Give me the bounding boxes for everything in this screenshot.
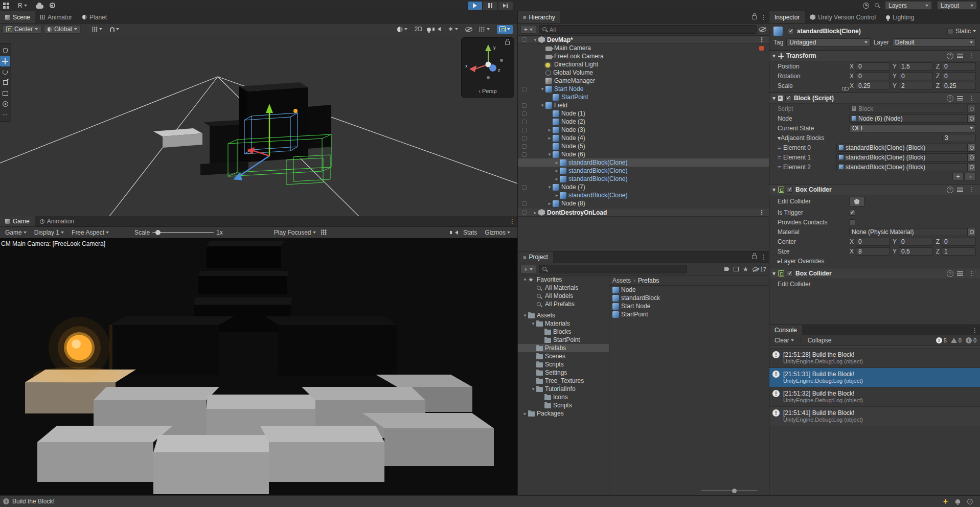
component-menu-icon[interactable]: [967, 186, 977, 193]
scale-slider[interactable]: [152, 232, 214, 233]
account-button[interactable]: R: [15, 1, 30, 10]
component-enabled-checkbox[interactable]: [787, 270, 793, 276]
visibility-toggle-icon[interactable]: [522, 144, 527, 149]
scene-menu-icon[interactable]: [757, 36, 767, 43]
search-by-type-icon[interactable]: [734, 267, 739, 271]
hierarchy-row[interactable]: Node (8): [518, 199, 769, 208]
collapse-toggle[interactable]: Collapse: [805, 336, 834, 344]
project-tree-row[interactable]: Favorites: [518, 275, 609, 284]
expand-arrow-icon[interactable]: [554, 193, 560, 198]
layers-dropdown[interactable]: Layers: [885, 1, 932, 10]
tab-hierarchy[interactable]: ≡Hierarchy: [518, 11, 560, 23]
component-menu-icon[interactable]: [967, 270, 977, 277]
hierarchy-row[interactable]: Global Volume: [518, 68, 769, 77]
rect-tool-button[interactable]: [0, 88, 10, 99]
scene-lighting-icon[interactable]: [427, 28, 431, 32]
status-message[interactable]: Build the Block!: [12, 498, 55, 505]
tool-pivot-button[interactable]: Center: [3, 25, 41, 34]
position-x-field[interactable]: 0: [856, 62, 890, 71]
hierarchy-row[interactable]: Node (3): [518, 126, 769, 134]
hierarchy-row[interactable]: FreeLook Camera: [518, 52, 769, 60]
info-count-badge[interactable]: 5: [936, 337, 947, 343]
undo-history-icon[interactable]: [863, 3, 869, 9]
project-tree-row-selected[interactable]: Prefabs: [518, 344, 609, 352]
tab-animator[interactable]: Animator: [35, 11, 77, 23]
object-picker-icon[interactable]: [967, 228, 975, 236]
position-z-field[interactable]: 0: [942, 62, 976, 71]
help-icon[interactable]: [947, 53, 953, 59]
visibility-toggle-icon[interactable]: [522, 210, 527, 215]
hierarchy-row-selected[interactable]: standardBlock(Clone): [518, 158, 769, 167]
project-tree-row[interactable]: StartPoint: [518, 336, 609, 344]
hierarchy-row[interactable]: standardBlock(Clone): [518, 191, 769, 199]
projection-toggle[interactable]: ‹ Persp: [462, 88, 514, 94]
hierarchy-row[interactable]: standardBlock(Clone): [518, 167, 769, 175]
hierarchy-row[interactable]: DontDestroyOnLoad: [518, 209, 769, 217]
position-y-field[interactable]: 1.5: [899, 62, 933, 71]
camera-overlay-button[interactable]: [497, 25, 513, 34]
asset-item[interactable]: StartPoint: [609, 310, 769, 318]
tab-project[interactable]: ≡Project: [518, 251, 553, 263]
hierarchy-row[interactable]: Field: [518, 101, 769, 109]
drag-handle-icon[interactable]: [778, 144, 781, 151]
aspect-dropdown[interactable]: Free Aspect: [69, 228, 111, 237]
static-checkbox[interactable]: [947, 28, 953, 34]
cloud-services-icon[interactable]: [36, 5, 43, 9]
preset-icon[interactable]: [957, 96, 963, 101]
game-mode-dropdown[interactable]: Game: [3, 228, 29, 237]
foldout-arrow-icon[interactable]: [772, 95, 776, 102]
layout-dropdown[interactable]: Layout: [937, 1, 977, 10]
preset-icon[interactable]: [957, 53, 963, 58]
expand-arrow-icon[interactable]: [532, 210, 538, 215]
lock-icon[interactable]: [752, 15, 757, 19]
expand-arrow-icon[interactable]: [530, 386, 536, 391]
asset-item[interactable]: standardBlock: [609, 294, 769, 302]
snap-increment-button[interactable]: [107, 25, 122, 34]
hierarchy-row[interactable]: Node (2): [518, 118, 769, 126]
rotation-z-field[interactable]: 0: [942, 72, 976, 80]
shading-mode-button[interactable]: [395, 25, 410, 34]
foldout-arrow-icon[interactable]: [772, 186, 776, 193]
create-asset-button[interactable]: +: [520, 265, 536, 273]
project-tree-row[interactable]: All Prefabs: [518, 300, 609, 308]
drag-handle-icon[interactable]: [778, 164, 781, 171]
saved-search-star-icon[interactable]: ★: [743, 266, 748, 273]
project-tree-row[interactable]: All Models: [518, 292, 609, 300]
element-object-field[interactable]: standardBlock(Clone) (Block): [836, 163, 976, 171]
scene-vis-filter-icon[interactable]: [759, 27, 766, 32]
scale-tool-button[interactable]: [0, 77, 10, 88]
display-dropdown[interactable]: Display 1: [32, 228, 66, 237]
scale-z-field[interactable]: 0.25: [942, 82, 976, 90]
project-tree-row[interactable]: TutorialInfo: [518, 385, 609, 393]
object-picker-icon[interactable]: [967, 154, 975, 161]
project-tree-row[interactable]: Scenes: [518, 352, 609, 360]
breadcrumb-root[interactable]: Assets: [612, 277, 631, 284]
scale-x-field[interactable]: 0.25: [856, 82, 890, 90]
help-icon[interactable]: [947, 187, 953, 193]
asset-item[interactable]: Node: [609, 286, 769, 294]
hierarchy-row[interactable]: Main Camera: [518, 44, 769, 52]
version-control-status-icon[interactable]: [967, 499, 973, 504]
custom-tool-button[interactable]: [0, 109, 10, 120]
visibility-toggle-icon[interactable]: [522, 136, 527, 141]
material-object-field[interactable]: None (Physic Material): [849, 228, 976, 236]
size-y-field[interactable]: 0.5: [899, 247, 933, 256]
object-picker-icon[interactable]: [967, 115, 975, 122]
layer-dropdown[interactable]: Default: [892, 38, 976, 47]
expand-arrow-icon[interactable]: [522, 411, 528, 416]
step-button[interactable]: [498, 1, 513, 10]
active-checkbox[interactable]: [788, 28, 794, 34]
visibility-toggle-icon[interactable]: [522, 120, 527, 124]
expand-arrow-icon[interactable]: [554, 168, 560, 173]
game-viewport[interactable]: CM Main Camera: [FreeLook Camera]: [0, 238, 517, 495]
hierarchy-row[interactable]: Start Node: [518, 85, 769, 93]
visibility-toggle-icon[interactable]: [522, 128, 527, 132]
tool-orientation-button[interactable]: Global: [44, 25, 81, 34]
rotation-x-field[interactable]: 0: [856, 72, 890, 80]
visibility-toggle-icon[interactable]: [522, 37, 527, 42]
script-object-field[interactable]: Block: [849, 105, 976, 113]
block-script-header[interactable]: Block (Script): [769, 93, 980, 104]
hierarchy-row[interactable]: StartPoint: [518, 93, 769, 101]
visibility-toggle-icon[interactable]: [522, 152, 527, 157]
expand-arrow-icon[interactable]: [554, 160, 560, 165]
